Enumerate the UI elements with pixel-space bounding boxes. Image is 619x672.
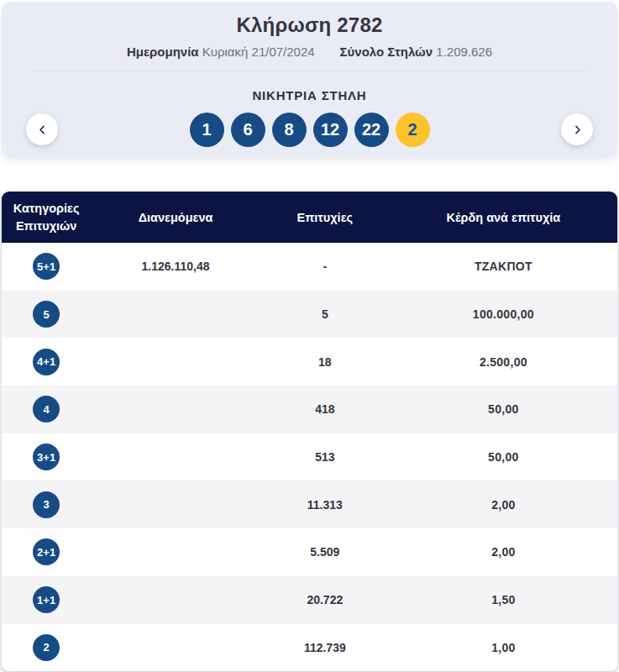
prize-cell: 2,00 — [390, 498, 617, 512]
category-badge: 3+1 — [33, 444, 60, 470]
previous-draw-button[interactable] — [26, 113, 58, 145]
prize-cell: ΤΖΑΚΠΟΤ — [390, 260, 617, 273]
winning-number-ball: 22 — [354, 113, 389, 147]
winners-cell: 5 — [260, 307, 390, 321]
category-badge: 2 — [33, 634, 60, 661]
total-columns-value: 1.209.626 — [436, 45, 492, 59]
category-cell: 4 — [2, 396, 91, 423]
winners-cell: 18 — [260, 355, 390, 369]
draw-date-value: Κυριακή 21/07/2024 — [202, 45, 315, 59]
draw-date-label: Ημερομηνία — [127, 45, 199, 59]
distributed-cell: 1.126.110,48 — [91, 260, 260, 273]
category-cell: 1+1 — [2, 586, 91, 613]
category-cell: 4+1 — [2, 349, 91, 375]
page-title: Κλήρωση 2782 — [2, 2, 617, 37]
column-header-prize: Κέρδη ανά επιτυχία — [390, 211, 617, 224]
draw-meta: Ημερομηνία Κυριακή 21/07/2024 Σύνολο Στη… — [2, 45, 617, 59]
column-header-distributed: Διανεμόμενα — [91, 211, 260, 224]
category-badge: 4+1 — [33, 349, 60, 375]
prize-cell: 1,50 — [390, 593, 617, 606]
winning-number-ball: 8 — [272, 113, 307, 147]
table-row: 5+11.126.110,48-ΤΖΑΚΠΟΤ — [2, 243, 617, 291]
winning-number-ball: 6 — [231, 113, 265, 147]
category-badge: 5+1 — [33, 253, 60, 280]
table-row: 3+151350,00 — [2, 433, 617, 481]
winning-numbers: 16812222 — [2, 113, 617, 147]
prize-table-body: 5+11.126.110,48-ΤΖΑΚΠΟΤ55100.000,004+118… — [2, 243, 617, 671]
prize-cell: 50,00 — [390, 450, 617, 464]
table-row: 55100.000,00 — [2, 291, 617, 339]
category-cell: 5+1 — [2, 253, 91, 280]
table-row: 2112.7391,00 — [2, 624, 617, 672]
category-badge: 5 — [33, 301, 60, 328]
category-cell: 2+1 — [2, 538, 91, 565]
winners-cell: 20.722 — [260, 593, 390, 606]
prize-cell: 1,00 — [390, 641, 617, 654]
winning-column-title: ΝΙΚΗΤΡΙΑ ΣΤΗΛΗ — [2, 88, 617, 102]
prize-cell: 2,00 — [390, 545, 617, 559]
category-badge: 4 — [33, 396, 60, 423]
category-cell: 3 — [2, 491, 91, 518]
total-columns: Σύνολο Στηλών 1.209.626 — [340, 45, 492, 59]
table-row: 441850,00 — [2, 386, 617, 433]
prize-cell: 100.000,00 — [390, 307, 617, 321]
category-badge: 3 — [33, 491, 60, 518]
category-cell: 3+1 — [2, 444, 91, 470]
column-header-categories: Κατηγορίες Επιτυχιών — [2, 200, 91, 234]
category-badge: 2+1 — [33, 538, 60, 565]
chevron-right-icon — [571, 123, 584, 136]
prize-cell: 50,00 — [390, 402, 617, 416]
total-columns-label: Σύνολο Στηλών — [340, 45, 433, 59]
category-badge: 1+1 — [33, 586, 60, 613]
draw-date: Ημερομηνία Κυριακή 21/07/2024 — [127, 45, 315, 59]
winners-cell: 5.509 — [260, 545, 390, 559]
column-header-winners: Επιτυχίες — [260, 211, 390, 224]
winning-number-ball: 1 — [190, 113, 224, 147]
winning-number-ball: 12 — [313, 113, 348, 147]
category-cell: 2 — [2, 634, 91, 661]
prize-cell: 2.500,00 — [390, 355, 617, 369]
prize-table: Κατηγορίες Επιτυχιών Διανεμόμενα Επιτυχί… — [2, 192, 617, 671]
table-row: 311.3132,00 — [2, 480, 617, 528]
winners-cell: 112.739 — [260, 641, 390, 654]
draw-summary-panel: Κλήρωση 2782 Ημερομηνία Κυριακή 21/07/20… — [2, 2, 617, 157]
prize-table-header: Κατηγορίες Επιτυχιών Διανεμόμενα Επιτυχί… — [2, 192, 617, 243]
next-draw-button[interactable] — [561, 113, 593, 145]
winners-cell: - — [260, 260, 390, 273]
table-row: 4+1182.500,00 — [2, 338, 617, 386]
category-cell: 5 — [2, 301, 91, 328]
table-row: 1+120.7221,50 — [2, 576, 617, 624]
bonus-number-ball: 2 — [396, 113, 430, 147]
divider — [34, 71, 585, 71]
winners-cell: 418 — [260, 402, 390, 416]
chevron-left-icon — [36, 123, 49, 136]
winners-cell: 513 — [260, 450, 390, 464]
winners-cell: 11.313 — [260, 498, 390, 512]
table-row: 2+15.5092,00 — [2, 528, 617, 576]
